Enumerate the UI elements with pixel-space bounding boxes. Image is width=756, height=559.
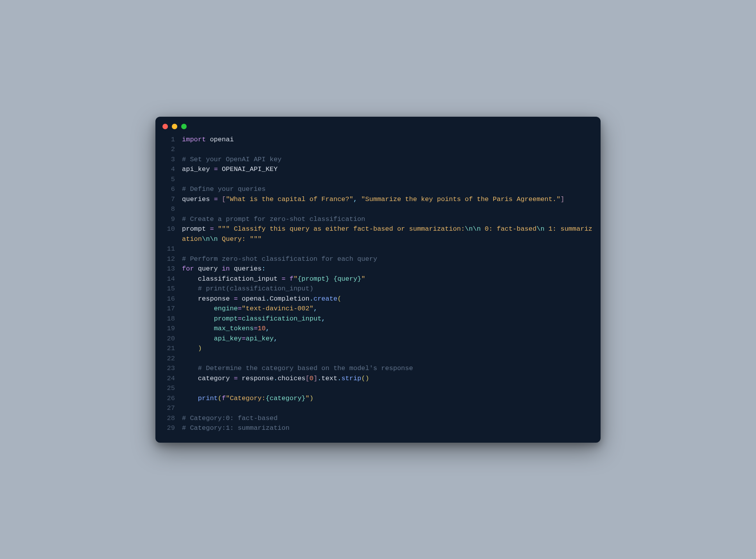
token-id: response — [238, 375, 274, 382]
line-number: 18 — [162, 314, 175, 324]
token-par: () — [361, 375, 369, 382]
token-id: category — [182, 375, 234, 382]
token-str: "text-davinci-002" — [242, 305, 314, 312]
token-id — [182, 325, 214, 332]
line-number: 7 — [162, 194, 175, 205]
token-br: ] — [560, 196, 564, 203]
token-func: print — [198, 395, 218, 402]
code-line: 23 # Determine the category based on the… — [162, 363, 593, 374]
line-number: 14 — [162, 274, 175, 284]
token-var: {prompt} — [298, 275, 330, 283]
token-id: OPENAI_API_KEY — [218, 166, 278, 173]
line-number: 6 — [162, 184, 175, 194]
line-number: 26 — [162, 393, 175, 404]
token-str: "Summarize the key points of the Paris A… — [361, 196, 560, 203]
line-number: 27 — [162, 403, 175, 413]
line-content: engine="text-davinci-002", — [175, 304, 593, 314]
token-str: "Category: — [226, 395, 266, 402]
line-number: 21 — [162, 344, 175, 354]
line-number: 2 — [162, 144, 175, 155]
code-line: 14 classification_input = f"{prompt} {qu… — [162, 274, 593, 284]
token-id: api_key — [182, 166, 214, 173]
code-line: 13for query in queries: — [162, 264, 593, 274]
line-content: prompt=classification_input, — [175, 314, 593, 324]
token-op: = — [242, 335, 246, 342]
token-op: = — [234, 375, 238, 382]
token-id — [218, 196, 222, 203]
token-id: response — [182, 295, 234, 303]
code-line: 19 max_tokens=10, — [162, 324, 593, 334]
token-esc: \n\n — [465, 225, 481, 233]
line-content: response = openai.Completion.create( — [175, 294, 593, 304]
token-func: create — [314, 295, 337, 303]
token-id: openai — [206, 136, 234, 143]
token-str: "What is the capital of France?" — [226, 196, 353, 203]
token-punc: , — [321, 315, 325, 322]
token-esc: \n — [537, 225, 544, 233]
code-line: 17 engine="text-davinci-002", — [162, 304, 593, 314]
line-number: 3 — [162, 155, 175, 165]
line-number: 15 — [162, 284, 175, 294]
token-op: = — [234, 295, 238, 303]
token-var: classification_input — [242, 315, 321, 322]
token-id — [182, 305, 214, 312]
token-id: queries — [230, 265, 262, 272]
line-content: # Category:1: summarization — [175, 423, 593, 433]
token-id — [182, 285, 198, 292]
token-fstr: f — [289, 275, 293, 283]
token-punc: , — [266, 325, 269, 332]
token-var: prompt — [214, 315, 238, 322]
minimize-icon[interactable] — [172, 124, 177, 129]
token-str: " — [294, 275, 298, 283]
token-str: Query: """ — [218, 235, 262, 243]
token-var: engine — [214, 305, 238, 312]
editor-window: 1import openai23# Set your OpenAI API ke… — [155, 117, 601, 443]
code-line: 10prompt = """ Classify this query as ei… — [162, 224, 593, 244]
line-content: # Set your OpenAI API key — [175, 155, 593, 165]
token-cmt: # Create a prompt for zero-shot classifi… — [182, 215, 365, 223]
code-line: 25 — [162, 383, 593, 393]
line-content: category = response.choices[0].text.stri… — [175, 374, 593, 384]
line-content: api_key = OPENAI_API_KEY — [175, 164, 593, 174]
token-par: ) — [198, 345, 202, 352]
token-id — [182, 335, 214, 342]
zoom-icon[interactable] — [181, 124, 187, 129]
token-punc: , — [314, 305, 317, 312]
line-number: 16 — [162, 294, 175, 304]
line-content: # Create a prompt for zero-shot classifi… — [175, 214, 593, 224]
code-line: 7queries = ["What is the capital of Fran… — [162, 194, 593, 205]
token-dot: . — [317, 375, 321, 382]
token-par: ( — [218, 395, 222, 402]
line-content: # Define your queries — [175, 184, 593, 194]
line-number: 24 — [162, 374, 175, 384]
token-str: 0: fact-based — [481, 225, 537, 233]
token-id — [182, 395, 198, 402]
line-number: 23 — [162, 363, 175, 374]
token-str: " — [361, 275, 365, 283]
token-id — [285, 275, 289, 283]
token-id: query — [194, 265, 222, 272]
code-line: 11 — [162, 244, 593, 254]
token-op: = — [282, 275, 285, 283]
code-line: 21 ) — [162, 344, 593, 354]
code-area[interactable]: 1import openai23# Set your OpenAI API ke… — [155, 133, 601, 433]
line-number: 10 — [162, 224, 175, 234]
titlebar — [155, 117, 601, 133]
code-line: 24 category = response.choices[0].text.s… — [162, 374, 593, 384]
token-dot: . — [266, 295, 269, 303]
line-number: 1 — [162, 135, 175, 145]
token-op: = — [254, 325, 258, 332]
line-number: 13 — [162, 264, 175, 274]
close-icon[interactable] — [162, 124, 168, 129]
line-number: 12 — [162, 254, 175, 264]
token-punc: , — [274, 335, 278, 342]
token-cmt: # Determine the category based on the mo… — [198, 365, 413, 372]
code-line: 12# Perform zero-shot classification for… — [162, 254, 593, 264]
token-br: [ — [222, 196, 226, 203]
code-line: 4api_key = OPENAI_API_KEY — [162, 164, 593, 174]
token-id — [214, 225, 218, 233]
line-number: 5 — [162, 174, 175, 185]
line-content: # print(classification_input) — [175, 284, 593, 294]
token-id: choices — [278, 375, 305, 382]
token-op: = — [238, 315, 242, 322]
